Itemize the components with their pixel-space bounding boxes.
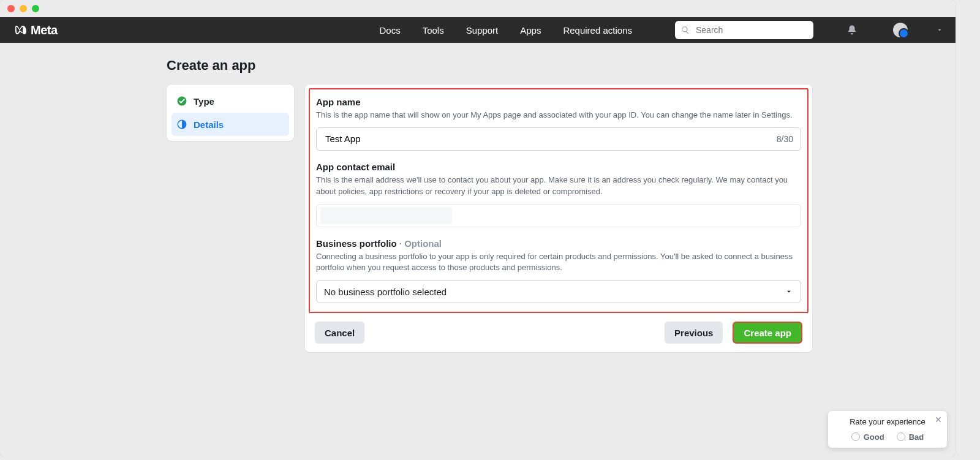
step-type-label: Type	[194, 96, 214, 107]
nav-support[interactable]: Support	[466, 25, 499, 36]
portfolio-selected-value: No business portfolio selected	[324, 287, 447, 297]
portfolio-label-row: Business portfolio · Optional	[316, 238, 801, 249]
field-app-name: App name This is the app name that will …	[316, 97, 801, 151]
steps-sidebar: Type Details	[167, 85, 294, 141]
step-details-label: Details	[194, 119, 224, 130]
nav-tools[interactable]: Tools	[423, 25, 444, 36]
search-input[interactable]	[695, 25, 807, 36]
account-menu-caret-icon[interactable]	[936, 25, 943, 36]
window-titlebar	[0, 0, 956, 17]
search-icon	[681, 26, 690, 34]
nav-docs[interactable]: Docs	[379, 25, 400, 36]
rating-popover: ✕ Rate your experience Good Bad	[828, 411, 947, 448]
rating-option-bad[interactable]: Bad	[897, 432, 924, 442]
step-type[interactable]: Type	[172, 89, 289, 113]
minimize-window-icon[interactable]	[20, 5, 27, 12]
rating-close-icon[interactable]: ✕	[935, 415, 942, 424]
previous-button[interactable]: Previous	[665, 322, 723, 344]
field-business-portfolio: Business portfolio · Optional Connecting…	[316, 238, 801, 304]
chevron-down-icon	[785, 287, 793, 296]
app-name-help: This is the app name that will show on y…	[316, 110, 801, 121]
radio-icon	[897, 432, 905, 441]
step-details[interactable]: Details	[172, 113, 289, 136]
app-name-input[interactable]	[324, 133, 777, 145]
cancel-button[interactable]: Cancel	[315, 322, 364, 344]
zoom-window-icon[interactable]	[32, 5, 39, 12]
page-title: Create an app	[167, 58, 956, 74]
close-window-icon[interactable]	[7, 5, 15, 12]
contact-email-label: App contact email	[316, 162, 801, 172]
rating-title: Rate your experience	[835, 417, 940, 426]
contact-email-input-wrap[interactable]	[316, 204, 801, 227]
form-footer: Cancel Previous Create app	[309, 313, 809, 344]
contact-email-help: This is the email address we'll use to c…	[316, 175, 801, 198]
create-app-highlight: Create app	[733, 322, 802, 344]
portfolio-select[interactable]: No business portfolio selected	[316, 280, 801, 303]
app-name-counter: 8/30	[777, 134, 793, 144]
notifications-icon[interactable]	[846, 25, 858, 36]
user-avatar[interactable]	[893, 23, 908, 37]
radio-icon	[851, 432, 860, 441]
form-card: App name This is the app name that will …	[305, 85, 812, 352]
create-app-button[interactable]: Create app	[733, 322, 802, 344]
app-header: Meta Docs Tools Support Apps Required ac…	[0, 17, 956, 43]
portfolio-label: Business portfolio	[316, 238, 397, 249]
contact-email-redacted	[320, 207, 452, 224]
brand-logo[interactable]: Meta	[12, 23, 58, 37]
app-name-input-wrap[interactable]: 8/30	[316, 127, 801, 151]
portfolio-optional: · Optional	[397, 238, 442, 249]
header-nav: Docs Tools Support Apps Required actions	[379, 21, 943, 39]
rating-option-good[interactable]: Good	[851, 432, 884, 442]
field-contact-email: App contact email This is the email addr…	[316, 162, 801, 227]
check-circle-icon	[176, 96, 187, 107]
search-box[interactable]	[675, 21, 813, 39]
nav-required-actions[interactable]: Required actions	[563, 25, 632, 36]
half-circle-icon	[176, 119, 187, 130]
brand-name: Meta	[31, 23, 58, 37]
portfolio-help: Connecting a business portfolio to your …	[316, 251, 801, 274]
app-name-label: App name	[316, 97, 801, 107]
nav-apps[interactable]: Apps	[520, 25, 541, 36]
annotated-form-area: App name This is the app name that will …	[309, 88, 809, 313]
meta-logo-icon	[12, 23, 27, 37]
